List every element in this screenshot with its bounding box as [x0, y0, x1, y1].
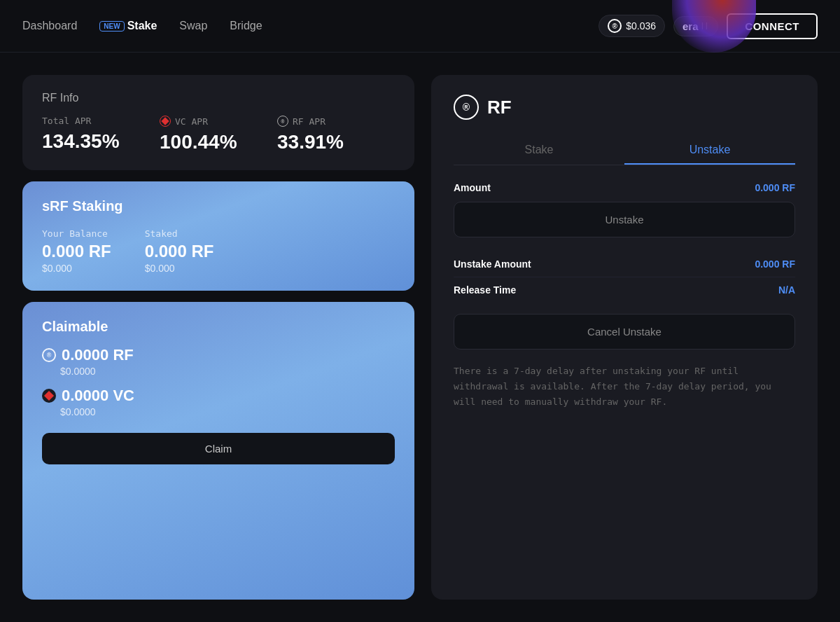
vc-apr-value: 100.44% — [160, 131, 277, 153]
balance-label: Your Balance — [42, 228, 111, 239]
total-apr-value: 134.35% — [42, 130, 160, 153]
rf-apr-item: ® RF APR 33.91% — [277, 116, 395, 153]
cancel-unstake-button[interactable]: Cancel Unstake — [454, 314, 795, 350]
unstake-amount-label: Unstake Amount — [454, 258, 531, 270]
staked-usd: $0.000 — [145, 263, 214, 274]
balance-item: Your Balance 0.000 RF $0.000 — [42, 228, 111, 274]
claimable-title: Claimable — [42, 319, 395, 335]
srf-staking-card: sRF Staking Your Balance 0.000 RF $0.000… — [22, 181, 414, 291]
rf-circle-icon: ® — [277, 116, 288, 127]
price-chip: ® $0.036 — [598, 15, 665, 37]
main-content: RF Info Total APR 134.35% VC APR 100.44%… — [0, 53, 840, 622]
nav-dashboard[interactable]: Dashboard — [22, 20, 77, 32]
staked-value: 0.000 RF — [145, 242, 214, 261]
apr-row: Total APR 134.35% VC APR 100.44% ® RF AP… — [42, 116, 395, 153]
rf-info-card: RF Info Total APR 134.35% VC APR 100.44%… — [22, 75, 414, 170]
nav-bridge[interactable]: Bridge — [230, 20, 262, 32]
claimable-rf-row: ® 0.0000 RF — [42, 346, 395, 364]
staked-item: Staked 0.000 RF $0.000 — [145, 228, 214, 274]
left-column: RF Info Total APR 134.35% VC APR 100.44%… — [22, 75, 414, 600]
stake-unstake-tabs: Stake Unstake — [454, 137, 795, 165]
claimable-rf-item: ® 0.0000 RF $0.0000 — [42, 346, 395, 377]
release-time-row: Release Time N/A — [454, 277, 795, 303]
vc-apr-item: VC APR 100.44% — [160, 116, 277, 153]
balance-usd: $0.000 — [42, 263, 111, 274]
nav-swap[interactable]: Swap — [179, 20, 207, 32]
r-small-icon: ® — [42, 348, 56, 362]
claim-button[interactable]: Claim — [42, 433, 395, 464]
unstake-info-section: Unstake Amount 0.000 RF Release Time N/A — [454, 251, 795, 303]
total-apr-item: Total APR 134.35% — [42, 116, 160, 153]
release-time-value: N/A — [778, 284, 795, 296]
right-panel: ® RF Stake Unstake Amount 0.000 RF Unsta… — [431, 75, 818, 600]
new-badge: NEW — [99, 21, 124, 32]
price-value: $0.036 — [626, 20, 656, 32]
staked-label: Staked — [145, 228, 214, 239]
unstake-button-inner: Unstake — [605, 214, 643, 226]
nav: Dashboard NEWStake Swap Bridge — [22, 20, 598, 32]
rf-logo-icon: ® — [454, 95, 479, 120]
rf-panel-header: ® RF — [454, 95, 795, 120]
release-time-label: Release Time — [454, 284, 516, 296]
notice-text: There is a 7-day delay after unstaking y… — [454, 364, 795, 410]
claimable-vc-amount: 0.0000 VC — [62, 387, 134, 405]
r-token-icon: ® — [608, 19, 622, 33]
tab-stake[interactable]: Stake — [454, 137, 624, 165]
nav-stake[interactable]: NEWStake — [99, 20, 157, 32]
srf-staking-title: sRF Staking — [42, 198, 395, 214]
vc-icon — [160, 116, 171, 127]
rf-info-title: RF Info — [42, 92, 395, 104]
claimable-vc-item: 0.0000 VC $0.0000 — [42, 387, 395, 417]
rf-apr-label: ® RF APR — [277, 116, 395, 127]
claimable-rf-amount: 0.0000 RF — [62, 346, 134, 364]
vc-large-icon — [42, 389, 56, 403]
header-blob — [672, 0, 756, 53]
vc-apr-label: VC APR — [160, 116, 277, 127]
header: Dashboard NEWStake Swap Bridge ® $0.036 … — [0, 0, 840, 53]
claimable-rf-usd: $0.0000 — [60, 366, 395, 377]
rf-apr-value: 33.91% — [277, 131, 395, 153]
rf-panel-title: RF — [487, 97, 512, 118]
amount-label: Amount — [454, 182, 491, 193]
claimable-card: Claimable ® 0.0000 RF $0.0000 0.0000 VC … — [22, 302, 414, 600]
unstake-input-area[interactable]: Unstake — [454, 202, 795, 237]
unstake-amount-row: Unstake Amount 0.000 RF — [454, 251, 795, 277]
tab-unstake[interactable]: Unstake — [624, 137, 795, 165]
claimable-vc-row: 0.0000 VC — [42, 387, 395, 405]
claimable-vc-usd: $0.0000 — [60, 406, 395, 417]
amount-value: 0.000 RF — [755, 182, 795, 193]
balance-row: Your Balance 0.000 RF $0.000 Staked 0.00… — [42, 228, 395, 274]
unstake-amount-value: 0.000 RF — [755, 258, 795, 270]
total-apr-label: Total APR — [42, 116, 160, 126]
balance-value: 0.000 RF — [42, 242, 111, 261]
amount-row: Amount 0.000 RF — [454, 182, 795, 193]
